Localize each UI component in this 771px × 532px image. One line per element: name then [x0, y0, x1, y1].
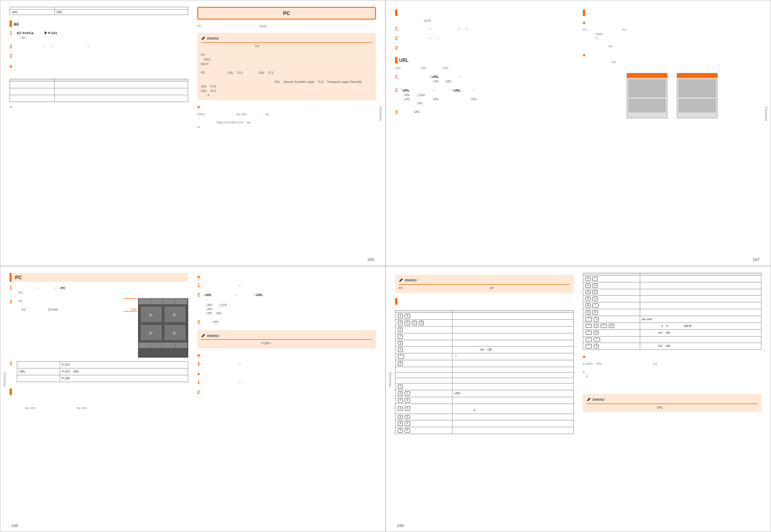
body-text: biblio → au one → au → https://cs.kddi.c…: [197, 112, 376, 128]
desc-cell: [452, 427, 574, 434]
desc-cell: [640, 309, 761, 316]
key-cell: # 9: [583, 289, 640, 296]
page-196: PC 1 → → PCPC 2PC EZ EZweb URL ▶▶▶▶: [0, 266, 386, 532]
key-cell: # 6: [396, 427, 452, 434]
body: EZweb URL EZ E E: [583, 362, 761, 378]
desc-cell: [452, 367, 574, 373]
key-cell: 1: [396, 384, 452, 390]
desc-cell: URL: [452, 390, 574, 397]
section-head: [10, 389, 188, 395]
body: au one au one: [10, 398, 188, 410]
footnote: ※: [10, 105, 188, 109]
pc-title-box: PC: [197, 7, 376, 20]
step-3: P.197 URLP.197 URL P.196: [17, 361, 188, 382]
pencil-icon: [201, 333, 206, 338]
url-step-3: URL: [402, 110, 574, 115]
memo-body: PC PC M15 Wi-Fi PC SSL TLS SSL TLS SSL S…: [201, 44, 372, 98]
section-head: [395, 10, 574, 16]
desc-cell: [452, 420, 574, 427]
side-tab: EZweb/au: [389, 373, 392, 387]
sub-head: [583, 354, 761, 359]
desc-cell: [452, 397, 574, 404]
screenshot-thumbs: [583, 73, 761, 119]
url-intro: URL URL URL: [395, 66, 574, 70]
side-tab: EZweb/au: [765, 107, 768, 121]
key-cell: # 3: [396, 404, 452, 414]
page-195: URLURL au 1EZ FeliCa ▶P.191→au → 2 → → →…: [0, 0, 386, 266]
key-cell: [396, 378, 452, 384]
url-section-head: URL: [395, 57, 574, 63]
step-1: EZ FeliCa ▶P.191: [17, 31, 57, 35]
desc-cell: [640, 276, 761, 282]
au-section-head: au: [10, 20, 188, 27]
step-w2: [205, 390, 376, 395]
sub-head: [583, 20, 761, 25]
page-number: 196: [11, 523, 18, 528]
step-2: → →: [402, 36, 574, 41]
pencil-icon: [586, 397, 591, 402]
key-cell: # #: [583, 309, 640, 316]
key-table-1: 1 3 2 4 6 8 5 7 9 0 On Off＊＊# 1 # 1URL# …: [395, 310, 574, 434]
desc-cell: 2 9 WEB: [640, 322, 761, 329]
step-1: → → →: [402, 26, 574, 31]
key-cell: 1 3: [396, 313, 452, 320]
sub-head-2: [197, 353, 376, 358]
key-cell: 9: [396, 340, 452, 347]
desc-cell: [640, 282, 761, 289]
step-r1: →: [205, 283, 376, 288]
step-r2: URL → →URL→URL 1,024 URL URL URL: [205, 292, 376, 315]
side-tab: EZweb/au: [3, 373, 6, 387]
key-cell: # 5: [396, 420, 452, 427]
key-cell: ＊ 1: [583, 316, 640, 322]
pencil-icon: [399, 278, 403, 282]
key-cell: [396, 373, 452, 378]
memo-box: memo PC Off: [395, 275, 574, 293]
body: PC PC biblio 2 On: [583, 28, 761, 48]
desc-cell: [640, 296, 761, 302]
sub-head: [10, 64, 188, 69]
memo-body: PC Off: [399, 286, 570, 291]
key-cell: ＊: [396, 353, 452, 360]
key-cell: # ＊: [583, 302, 640, 309]
key-cell: # 7: [583, 276, 640, 282]
url-step-2: URL → →URL →: [402, 88, 476, 92]
step-2: PC EZ EZweb: [17, 299, 120, 312]
page-198: memo PC Off 1 3 2 4 6 8 5 7 9 0 On Off＊＊…: [386, 266, 771, 532]
section-head-2: [583, 10, 761, 16]
desc-cell: [452, 378, 574, 384]
desc-cell: [452, 340, 574, 347]
sub-head-2: [197, 105, 376, 109]
desc-cell: [452, 326, 574, 333]
desc-cell: ＊: [452, 353, 574, 360]
step-1: → → PC: [17, 286, 66, 290]
callout-url: URL: [123, 308, 137, 311]
key-cell: ＊ ＊: [583, 336, 640, 343]
key-cell: # 8: [583, 282, 640, 289]
memo-body: P.200→: [201, 341, 372, 346]
sub-head-1: [197, 275, 376, 279]
desc-cell: 3: [452, 404, 574, 414]
key-cell: ＊ 2 ＊ 9: [583, 322, 640, 329]
key-cell: ＊ 0: [583, 329, 640, 336]
memo-box: memo P.200→: [197, 330, 376, 348]
desc-cell: [452, 360, 574, 367]
desc-cell: On Off: [640, 343, 761, 350]
step-q1: →: [205, 361, 376, 366]
desc-cell: [640, 336, 761, 343]
url-step-1: →URL →: [402, 75, 461, 79]
step-2: → → →: [17, 44, 188, 49]
desc-cell: [452, 333, 574, 340]
key-cell: # 4: [396, 414, 452, 420]
desc-cell: [452, 414, 574, 420]
key-cell: #: [396, 360, 452, 367]
page-number: 197: [753, 257, 760, 262]
key-cell: [396, 367, 452, 373]
pc-heading: PC: [10, 273, 188, 282]
pencil-icon: [201, 36, 206, 41]
key-cell: 2 4 6 8: [396, 320, 452, 327]
desc-cell: On Off: [640, 329, 761, 336]
key-cell: 5: [396, 326, 452, 333]
step-r3: URL: [205, 320, 376, 325]
intro: WEB: [395, 19, 574, 23]
step-w1: →: [205, 380, 376, 385]
